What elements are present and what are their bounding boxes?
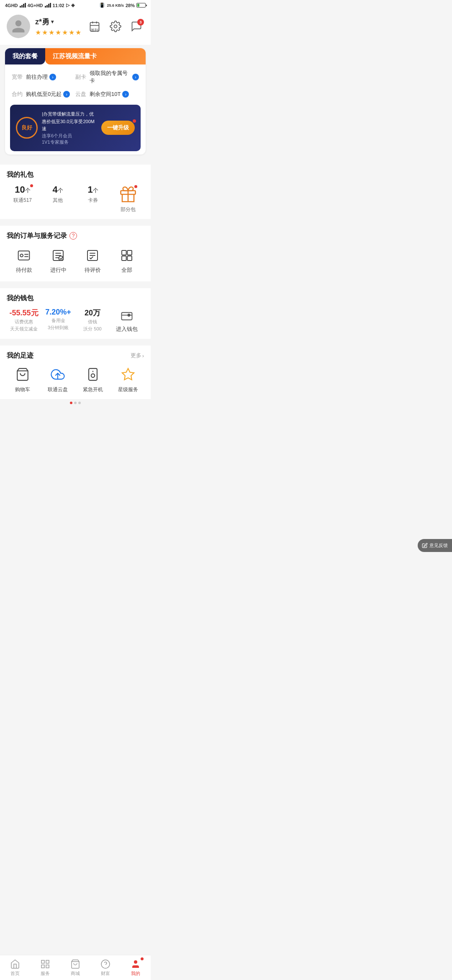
cart-icon <box>13 365 32 384</box>
profile-left: z*勇 ▾ ★ ★ ★ ★ ★ ★ ★ <box>7 15 81 38</box>
footprint-cart[interactable]: 购物车 <box>7 365 39 393</box>
footprint-header: 我的足迹 更多 › <box>7 351 144 360</box>
battery-percent: 28% <box>126 3 135 8</box>
package-contract[interactable]: 合约 购机低至0元起 › <box>12 89 75 100</box>
upgrade-banner: 良好 |办宽带缓解流量压力，优惠价低至30.0元享受200M速 连享6个月会员 … <box>10 105 141 151</box>
upgrade-button[interactable]: 一键升级 <box>101 121 135 135</box>
gift-item-517[interactable]: 10个 联通517 <box>7 184 39 213</box>
svg-point-28 <box>91 374 95 377</box>
svg-rect-21 <box>122 256 126 260</box>
package-broadband[interactable]: 宽带 前往办理 › <box>12 68 75 86</box>
package-rows: 宽带 前往办理 › 副卡 领取我的专属号卡 › 合约 购机低至0元起 › 云盘 … <box>5 64 146 101</box>
footprint-title: 我的足迹 <box>7 351 33 360</box>
gift-title: 我的礼包 <box>7 170 144 179</box>
package-card: 我的套餐 江苏视频流量卡 宽带 前往办理 › 副卡 领取我的专属号卡 › 合约 … <box>5 48 146 155</box>
status-right: 📳 25.6 KB/s 28% <box>99 3 146 8</box>
svg-rect-20 <box>127 250 132 255</box>
svg-rect-27 <box>89 369 97 380</box>
chevron-right-icon: › <box>142 353 144 359</box>
all-orders-icon <box>118 247 135 264</box>
avatar[interactable] <box>7 15 30 38</box>
broadband-arrow: › <box>49 74 56 80</box>
order-help-icon[interactable]: ? <box>69 232 77 240</box>
messages-button[interactable]: 3 <box>129 19 144 34</box>
order-inprogress[interactable]: 进行中 <box>41 245 75 276</box>
order-grid: 待付款 进行中 待评价 <box>7 245 144 276</box>
pending-payment-icon <box>15 247 32 264</box>
power-icon <box>84 365 102 384</box>
speed: 25.6 KB/s <box>107 3 124 8</box>
cloud-icon <box>49 365 67 384</box>
svg-rect-22 <box>127 256 132 260</box>
svg-point-4 <box>114 25 117 28</box>
signal-bars2 <box>45 3 51 8</box>
upgrade-dot <box>133 119 136 123</box>
footprint-grid: 购物车 联通云盘 紧急开机 <box>7 365 144 393</box>
profile-section: z*勇 ▾ ★ ★ ★ ★ ★ ★ ★ 签到 <box>0 10 151 45</box>
upgrade-text: |办宽带缓解流量压力，优惠价低至30.0元享受200M速 连享6个月会员 1V1… <box>42 111 97 145</box>
gift-icon-dot <box>134 185 137 188</box>
settings-button[interactable] <box>108 19 123 34</box>
status-left: 4GHD 4G+HD 11:02 ▷ ◈ <box>5 3 74 8</box>
order-pending-payment[interactable]: 待付款 <box>7 245 41 276</box>
gift-item-other[interactable]: 4个 其他 <box>42 184 74 213</box>
gift-item-partial[interactable]: 部分包 <box>112 184 144 213</box>
gift-dot <box>30 184 33 187</box>
profile-name[interactable]: z*勇 ▾ <box>35 17 81 27</box>
order-section: 我的订单与服务记录 ? 待付款 进行中 <box>0 226 151 281</box>
footprint-cloud[interactable]: 联通云盘 <box>42 365 74 393</box>
signal-4ghd2: 4G+HD <box>28 3 43 8</box>
dot-2 <box>78 402 81 404</box>
status-bar: 4GHD 4G+HD 11:02 ▷ ◈ 📳 25.6 KB/s 28% <box>0 0 151 10</box>
pending-review-icon <box>84 247 101 264</box>
play-icon: ▷ <box>66 3 69 8</box>
wallet-section: 我的钱包 -55.55元 话费优惠 天天领立减金 7.20%+ 备用金 3分钟到… <box>0 288 151 339</box>
wallet-backup[interactable]: 7.20%+ 备用金 3分钟到账 <box>41 308 75 333</box>
dot-1 <box>74 402 77 404</box>
gift-grid: 10个 联通517 4个 其他 1个 卡券 部分包 <box>7 184 144 213</box>
subcard-arrow: › <box>132 74 139 80</box>
battery-icon <box>136 3 146 8</box>
record-icon: ◈ <box>71 3 74 8</box>
wallet-discount[interactable]: -55.55元 话费优惠 天天领立减金 <box>7 308 41 333</box>
inprogress-icon <box>50 247 67 264</box>
profile-info: z*勇 ▾ ★ ★ ★ ★ ★ ★ ★ <box>35 17 81 36</box>
order-all[interactable]: 全部 <box>110 245 144 276</box>
message-badge: 3 <box>137 19 144 26</box>
gift-item-coupon[interactable]: 1个 卡券 <box>77 184 109 213</box>
footprint-emergency[interactable]: 紧急开机 <box>77 365 109 393</box>
more-link[interactable]: 更多 › <box>131 352 144 359</box>
footprint-star-service[interactable]: 星级服务 <box>112 365 144 393</box>
profile-actions: 签到 3 <box>87 19 144 34</box>
signal-bars <box>20 3 26 8</box>
wallet-loan[interactable]: 20万 借钱 沃分 500 <box>75 308 110 333</box>
quality-indicator: 良好 <box>16 117 38 139</box>
tab-mypackage[interactable]: 我的套餐 <box>5 48 45 64</box>
chevron-down-icon: ▾ <box>51 19 54 25</box>
footprint-section: 我的足迹 更多 › 购物车 联通云盘 <box>0 346 151 399</box>
order-title: 我的订单与服务记录 <box>7 232 67 240</box>
wallet-enter-icon <box>118 308 135 325</box>
package-subcard[interactable]: 副卡 领取我的专属号卡 › <box>75 68 139 86</box>
star-service-icon <box>119 365 137 384</box>
svg-point-8 <box>20 254 23 257</box>
wallet-title: 我的钱包 <box>7 294 144 303</box>
contract-arrow: › <box>63 91 70 98</box>
wallet-grid: -55.55元 话费优惠 天天领立减金 7.20%+ 备用金 3分钟到账 20万… <box>7 308 144 333</box>
time: 11:02 <box>53 3 64 8</box>
svg-rect-23 <box>122 312 132 320</box>
package-cloud[interactable]: 云盘 剩余空间10T › <box>75 89 139 100</box>
dot-active <box>70 402 72 404</box>
gift-section: 我的礼包 10个 联通517 4个 其他 1个 卡券 <box>0 165 151 219</box>
cloud-arrow: › <box>122 91 129 98</box>
signal-4ghd: 4GHD <box>5 3 18 8</box>
svg-rect-19 <box>122 250 126 255</box>
star-rating: ★ ★ ★ ★ ★ ★ ★ <box>35 28 81 36</box>
order-pending-review[interactable]: 待评价 <box>75 245 110 276</box>
tab-jscard[interactable]: 江苏视频流量卡 <box>45 48 146 64</box>
wallet-enter[interactable]: 进入钱包 <box>110 308 144 333</box>
vibrate-icon: 📳 <box>99 3 105 8</box>
signin-button[interactable]: 签到 <box>87 19 102 34</box>
package-tabs: 我的套餐 江苏视频流量卡 <box>5 48 146 64</box>
svg-marker-30 <box>122 369 134 380</box>
